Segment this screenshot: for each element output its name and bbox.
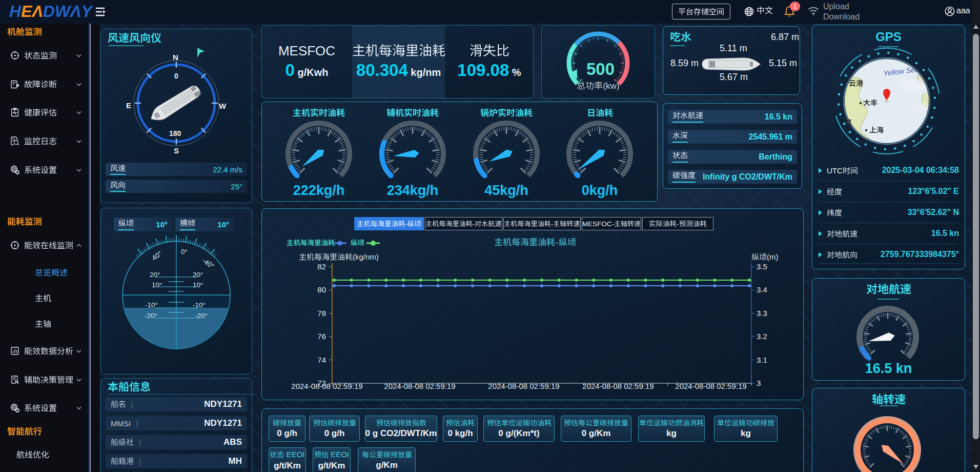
svg-text:2024-08-08 02:59:19: 2024-08-08 02:59:19 xyxy=(488,382,559,390)
svg-text:3: 3 xyxy=(757,379,761,387)
svg-text:80: 80 xyxy=(317,285,326,294)
svg-text:76: 76 xyxy=(317,332,326,341)
svg-text:3.5: 3.5 xyxy=(757,262,767,271)
svg-text:82: 82 xyxy=(317,262,326,271)
svg-text:2024-08-08 02:59:19: 2024-08-08 02:59:19 xyxy=(291,382,362,390)
svg-text:3.2: 3.2 xyxy=(757,332,767,341)
svg-text:3.3: 3.3 xyxy=(757,309,767,318)
svg-text:2024-08-08 02:59:19: 2024-08-08 02:59:19 xyxy=(384,382,455,390)
svg-text:78: 78 xyxy=(317,309,326,318)
svg-text:3.1: 3.1 xyxy=(757,356,767,364)
svg-text:2024-08-08 02:59:19: 2024-08-08 02:59:19 xyxy=(675,382,746,390)
svg-text:3.4: 3.4 xyxy=(757,285,767,294)
svg-text:74: 74 xyxy=(317,356,326,364)
svg-text:2024-08-08 02:59:19: 2024-08-08 02:59:19 xyxy=(582,382,654,390)
